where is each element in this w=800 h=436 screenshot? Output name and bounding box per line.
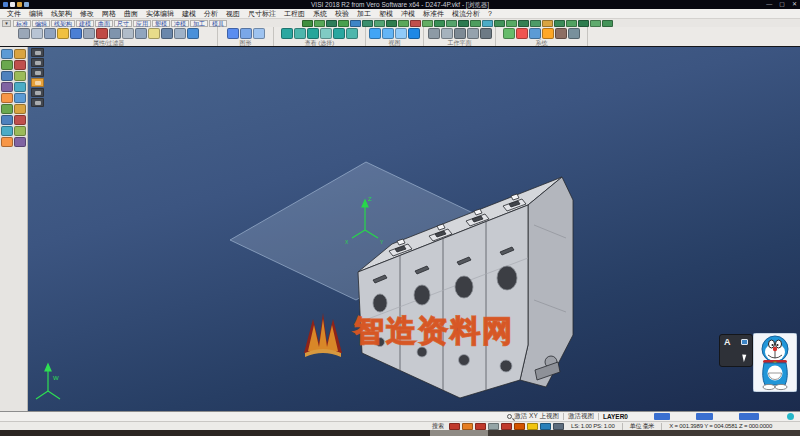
snap-icon[interactable] [540, 423, 551, 430]
view-select-icon[interactable] [307, 28, 319, 39]
left-tool-icon[interactable] [1, 60, 13, 70]
views-icon[interactable] [408, 28, 420, 39]
close-button[interactable]: ✕ [792, 0, 797, 9]
quick-tool-icon[interactable] [566, 20, 577, 27]
quick-tool-icon[interactable] [446, 20, 457, 27]
left-tool-icon[interactable] [1, 115, 13, 125]
quick-tool-icon[interactable] [314, 20, 325, 27]
attributes-filter-icon[interactable] [96, 28, 108, 39]
menu-item[interactable]: 工程图 [280, 9, 309, 19]
quick-tool-icon[interactable] [398, 20, 409, 27]
menu-item[interactable]: 曲面 [120, 9, 142, 19]
quick-tool-icon[interactable] [554, 20, 565, 27]
toolbar-tab[interactable]: 模具 [209, 20, 227, 27]
attributes-filter-icon[interactable] [109, 28, 121, 39]
left-tool-icon[interactable] [14, 93, 26, 103]
menu-item[interactable]: 加工 [353, 9, 375, 19]
attributes-filter-icon[interactable] [83, 28, 95, 39]
menu-item[interactable]: 塑模 [375, 9, 397, 19]
menu-item[interactable]: 尺寸标注 [244, 9, 280, 19]
menu-item[interactable]: 冲模 [397, 9, 419, 19]
toolbar-tab[interactable]: 曲面 [95, 20, 113, 27]
minimize-button[interactable]: — [766, 0, 772, 9]
menu-item[interactable]: 网格 [98, 9, 120, 19]
menu-item[interactable]: ? [484, 9, 496, 19]
snap-icon[interactable] [475, 423, 486, 430]
view-chip-button[interactable] [739, 413, 759, 420]
toolbar-tab[interactable]: 塑模 [152, 20, 170, 27]
left-tool-icon[interactable] [14, 82, 26, 92]
layer-indicator[interactable]: LAYER0 [603, 413, 628, 420]
menu-item[interactable]: 建模 [178, 9, 200, 19]
left-tool-icon[interactable] [1, 49, 13, 59]
left-tool-icon[interactable] [1, 137, 13, 147]
system-icon[interactable] [568, 28, 580, 39]
system-icon[interactable] [542, 28, 554, 39]
multi-view-label[interactable]: 激活视图 [568, 412, 594, 421]
system-icon[interactable] [529, 28, 541, 39]
attributes-filter-icon[interactable] [31, 28, 43, 39]
views-icon[interactable] [382, 28, 394, 39]
menu-item[interactable]: 实体编辑 [142, 9, 178, 19]
left-tool-icon[interactable] [14, 104, 26, 114]
snap-icon[interactable] [462, 423, 473, 430]
attributes-filter-icon[interactable] [70, 28, 82, 39]
attributes-filter-icon[interactable] [148, 28, 160, 39]
snap-icon[interactable] [553, 423, 564, 430]
views-icon[interactable] [369, 28, 381, 39]
toolbar-tab[interactable]: 冲模 [171, 20, 189, 27]
snap-icon[interactable] [514, 423, 525, 430]
graphics-icon[interactable] [253, 28, 265, 39]
workplane-icon[interactable] [467, 28, 479, 39]
menu-item[interactable]: 标准件 [419, 9, 448, 19]
workplane-icon[interactable] [454, 28, 466, 39]
snap-icon[interactable] [449, 423, 460, 430]
attributes-filter-icon[interactable] [18, 28, 30, 39]
quick-tool-icon[interactable] [542, 20, 553, 27]
view-chip-button[interactable] [696, 413, 713, 420]
graphics-icon[interactable] [240, 28, 252, 39]
menu-item[interactable]: 编辑 [25, 9, 47, 19]
quick-tool-icon[interactable] [470, 20, 481, 27]
quick-tool-icon[interactable] [326, 20, 337, 27]
attributes-filter-icon[interactable] [174, 28, 186, 39]
left-tool-icon[interactable] [1, 82, 13, 92]
left-tool-icon[interactable] [14, 126, 26, 136]
quick-tool-icon[interactable] [374, 20, 385, 27]
quick-tool-icon[interactable] [518, 20, 529, 27]
left-tool-icon[interactable] [14, 60, 26, 70]
menu-item[interactable]: 模流分析 [448, 9, 484, 19]
quick-tool-icon[interactable] [578, 20, 589, 27]
toolbar-dropdown-button[interactable]: ▾ [2, 20, 11, 27]
snap-icon[interactable] [527, 423, 538, 430]
quick-tool-icon[interactable] [482, 20, 493, 27]
left-tool-icon[interactable] [14, 115, 26, 125]
quick-tool-icon[interactable] [410, 20, 421, 27]
left-tool-icon[interactable] [14, 71, 26, 81]
left-tool-icon[interactable] [14, 137, 26, 147]
units-readout[interactable]: 单位 毫米 [630, 422, 655, 431]
toolbar-tab[interactable]: 标准 [13, 20, 31, 27]
quick-tool-icon[interactable] [434, 20, 445, 27]
view-chip-button[interactable] [654, 413, 670, 420]
left-tool-icon[interactable] [1, 71, 13, 81]
menu-item[interactable]: 文件 [3, 9, 25, 19]
workplane-icon[interactable] [441, 28, 453, 39]
quick-tool-icon[interactable] [422, 20, 433, 27]
menu-item[interactable]: 系统 [309, 9, 331, 19]
toolbar-tab[interactable]: 应用 [133, 20, 151, 27]
toolbar-tab[interactable]: 建模 [76, 20, 94, 27]
quick-tool-icon[interactable] [590, 20, 601, 27]
snap-icon[interactable] [501, 423, 512, 430]
view-select-icon[interactable] [333, 28, 345, 39]
quick-tool-icon[interactable] [494, 20, 505, 27]
viewport-3d[interactable]: Z X Y [28, 47, 800, 411]
left-tool-icon[interactable] [1, 93, 13, 103]
attributes-filter-icon[interactable] [161, 28, 173, 39]
menu-item[interactable]: 视图 [222, 9, 244, 19]
workplane-icon[interactable] [428, 28, 440, 39]
attributes-filter-icon[interactable] [187, 28, 199, 39]
attributes-filter-icon[interactable] [44, 28, 56, 39]
toolbar-tab[interactable]: 加工 [190, 20, 208, 27]
quick-tool-icon[interactable] [386, 20, 397, 27]
